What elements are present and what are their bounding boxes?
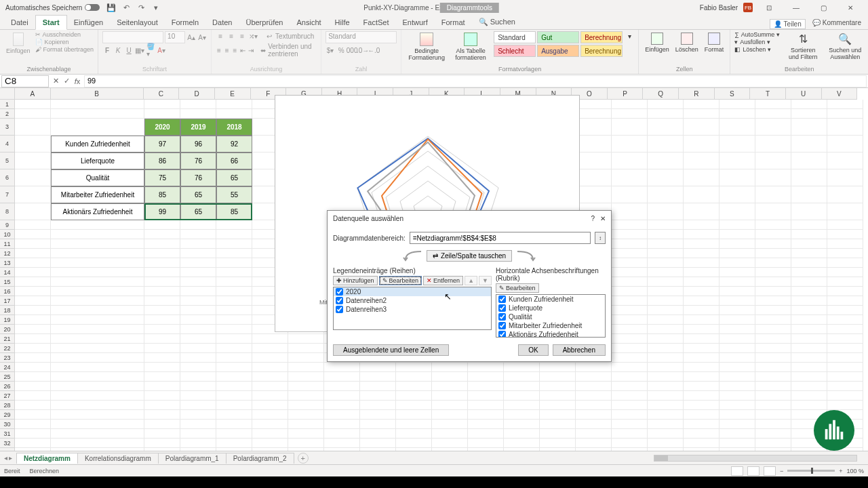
underline-button[interactable]: U bbox=[124, 45, 134, 55]
ribbon-options-icon[interactable]: ⊡ bbox=[758, 4, 780, 12]
cell-P8[interactable] bbox=[612, 203, 648, 220]
category-checkbox[interactable] bbox=[498, 313, 506, 321]
align-right-icon[interactable]: ≡ bbox=[232, 45, 239, 55]
cell-B6[interactable]: Qualität bbox=[51, 169, 144, 186]
row-header-20[interactable]: 20 bbox=[0, 325, 14, 334]
cell-H26[interactable] bbox=[324, 382, 360, 391]
cell-H27[interactable] bbox=[324, 391, 360, 401]
collapse-range-icon[interactable]: ↕ bbox=[595, 232, 606, 244]
cell-R18[interactable] bbox=[684, 306, 719, 315]
cell-P21[interactable] bbox=[612, 334, 648, 344]
cell-S10[interactable] bbox=[719, 230, 755, 239]
category-item[interactable]: Qualität bbox=[496, 312, 605, 321]
cell-C23[interactable] bbox=[144, 353, 180, 363]
row-header-13[interactable]: 13 bbox=[0, 258, 14, 268]
delete-cells-button[interactable]: Löschen bbox=[673, 31, 701, 54]
cell-Q27[interactable] bbox=[648, 391, 684, 401]
cell-C28[interactable] bbox=[144, 401, 180, 410]
align-top-icon[interactable]: ≡ bbox=[216, 31, 225, 41]
cell-R31[interactable] bbox=[684, 429, 719, 439]
cell-R21[interactable] bbox=[684, 334, 719, 344]
cell-C3[interactable]: 2020 bbox=[144, 119, 180, 136]
cell-Q9[interactable] bbox=[648, 220, 684, 230]
cell-G28[interactable] bbox=[288, 401, 324, 410]
cell-U2[interactable] bbox=[791, 109, 827, 119]
cell-I33[interactable] bbox=[360, 448, 396, 451]
cell-A12[interactable] bbox=[15, 249, 51, 258]
cell-F33[interactable] bbox=[252, 448, 288, 451]
cell-Q5[interactable] bbox=[648, 152, 684, 169]
row-header-27[interactable]: 27 bbox=[0, 391, 14, 401]
cell-D21[interactable] bbox=[180, 334, 216, 344]
category-item[interactable]: Lieferquote bbox=[496, 304, 605, 312]
cell-R27[interactable] bbox=[684, 391, 719, 401]
cell-Q8[interactable] bbox=[648, 203, 684, 220]
dialog-close-icon[interactable]: ✕ bbox=[600, 215, 606, 222]
cell-D6[interactable]: 76 bbox=[180, 169, 216, 186]
cell-Q4[interactable] bbox=[648, 136, 684, 152]
cell-E26[interactable] bbox=[216, 382, 252, 391]
cell-V24[interactable] bbox=[827, 363, 863, 372]
cell-S22[interactable] bbox=[719, 344, 755, 353]
cell-V6[interactable] bbox=[827, 169, 863, 186]
cell-T23[interactable] bbox=[755, 353, 791, 363]
cell-P2[interactable] bbox=[612, 109, 648, 119]
horizontal-scrollbar[interactable] bbox=[654, 455, 857, 462]
cell-B16[interactable] bbox=[51, 287, 144, 296]
cell-B13[interactable] bbox=[51, 258, 144, 268]
cell-M25[interactable] bbox=[504, 372, 540, 382]
shrink-font-icon[interactable]: A▾ bbox=[197, 33, 207, 42]
cell-V28[interactable] bbox=[827, 401, 863, 410]
cell-V2[interactable] bbox=[827, 109, 863, 119]
row-header-5[interactable]: 5 bbox=[0, 152, 14, 169]
cell-P16[interactable] bbox=[612, 287, 648, 296]
cell-G31[interactable] bbox=[288, 429, 324, 439]
series-listbox[interactable]: 2020Datenreihen2Datenreihen3 bbox=[333, 287, 492, 330]
zoom-out-icon[interactable]: − bbox=[780, 468, 783, 474]
row-header-31[interactable]: 31 bbox=[0, 429, 14, 439]
cell-C18[interactable] bbox=[144, 306, 180, 315]
cell-D19[interactable] bbox=[180, 315, 216, 325]
cell-S5[interactable] bbox=[719, 152, 755, 169]
row-headers[interactable]: 1234567891011121314151617181920212223242… bbox=[0, 100, 15, 451]
cell-T12[interactable] bbox=[755, 249, 791, 258]
cell-D7[interactable]: 65 bbox=[180, 186, 216, 203]
cell-B11[interactable] bbox=[51, 239, 144, 249]
cell-B9[interactable] bbox=[51, 220, 144, 230]
cell-B7[interactable]: Mitarbeiter Zufriedenheit bbox=[51, 186, 144, 203]
comma-icon[interactable]: 000 bbox=[347, 45, 357, 55]
cell-U28[interactable] bbox=[791, 401, 827, 410]
cell-U33[interactable] bbox=[791, 448, 827, 451]
cell-C5[interactable]: 86 bbox=[144, 152, 180, 169]
cell-D30[interactable] bbox=[180, 420, 216, 429]
italic-button[interactable]: K bbox=[113, 45, 123, 55]
col-header-B[interactable]: B bbox=[51, 88, 144, 99]
row-header-15[interactable]: 15 bbox=[0, 277, 14, 287]
cell-G21[interactable] bbox=[288, 334, 324, 344]
cell-L28[interactable] bbox=[468, 401, 504, 410]
cell-D31[interactable] bbox=[180, 429, 216, 439]
cell-A10[interactable] bbox=[15, 230, 51, 239]
cell-R7[interactable] bbox=[684, 186, 719, 203]
row-header-14[interactable]: 14 bbox=[0, 268, 14, 277]
cell-R1[interactable] bbox=[684, 100, 719, 109]
cell-H25[interactable] bbox=[324, 372, 360, 382]
cell-Q29[interactable] bbox=[648, 410, 684, 420]
cell-L26[interactable] bbox=[468, 382, 504, 391]
cell-H32[interactable] bbox=[324, 439, 360, 448]
cell-R11[interactable] bbox=[684, 239, 719, 249]
bold-button[interactable]: F bbox=[102, 45, 112, 55]
col-header-U[interactable]: U bbox=[786, 88, 822, 99]
cell-A11[interactable] bbox=[15, 239, 51, 249]
cell-T6[interactable] bbox=[755, 169, 791, 186]
style-output[interactable]: Ausgabe bbox=[537, 45, 579, 57]
cell-P25[interactable] bbox=[612, 372, 648, 382]
cell-B14[interactable] bbox=[51, 268, 144, 277]
cell-T9[interactable] bbox=[755, 220, 791, 230]
cell-G23[interactable] bbox=[288, 353, 324, 363]
row-header-11[interactable]: 11 bbox=[0, 239, 14, 249]
cell-A4[interactable] bbox=[15, 136, 51, 152]
tab-view[interactable]: Ansicht bbox=[290, 16, 328, 29]
cell-Q18[interactable] bbox=[648, 306, 684, 315]
cell-V7[interactable] bbox=[827, 186, 863, 203]
